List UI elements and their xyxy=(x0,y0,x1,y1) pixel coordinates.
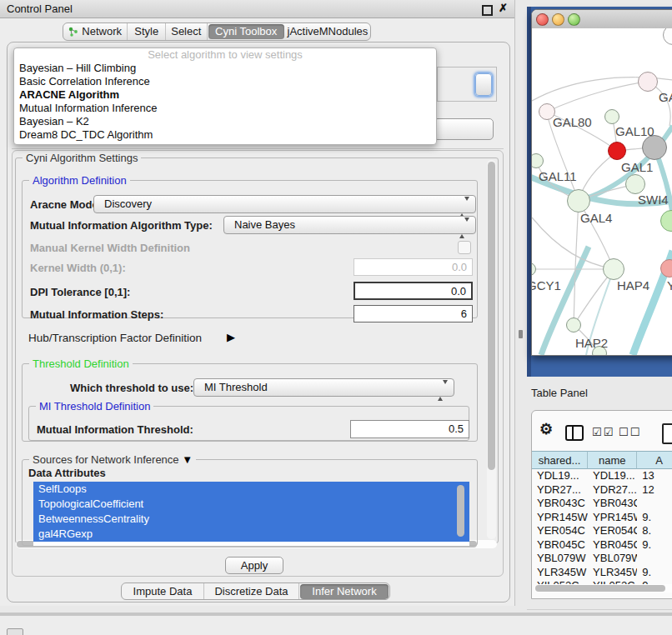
table-hscroll-thumb[interactable] xyxy=(535,585,665,592)
algorithm-option[interactable]: ARACNE Algorithm xyxy=(14,88,436,102)
attributes-vscroll-thumb[interactable] xyxy=(457,485,464,537)
gear-icon[interactable]: ⚙ xyxy=(539,422,553,437)
network-node[interactable] xyxy=(604,109,619,124)
algorithm-option[interactable]: Mutual Information Inference xyxy=(14,102,436,115)
dpi-tolerance-input[interactable]: 0.0 xyxy=(354,282,473,300)
network-canvas[interactable]: GAL80GAL10GAL1GAL11SWI4GAL4GCY1HAP4HAP2G… xyxy=(532,28,672,355)
table-cell: YBR045C xyxy=(588,538,637,552)
network-node-label: GAL4 xyxy=(580,211,612,225)
which-threshold-combo[interactable]: MI Threshold xyxy=(193,378,454,397)
expand-arrow-icon[interactable]: ▶ xyxy=(227,331,235,343)
splitpane-handle[interactable] xyxy=(519,330,523,338)
mi-type-label: Mutual Information Algorithm Type: xyxy=(30,219,213,232)
deselect-all-checks-icon[interactable]: ☐☐ xyxy=(619,426,641,438)
close-traffic-light-icon[interactable] xyxy=(536,13,549,26)
stepper-arrows-icon xyxy=(459,199,469,216)
select-all-checks-icon[interactable]: ☑☑ xyxy=(592,426,614,438)
network-window-titlebar[interactable] xyxy=(532,10,672,29)
new-table-icon[interactable] xyxy=(662,423,672,444)
partial-widget[interactable] xyxy=(7,628,23,635)
node-combo-fragment[interactable] xyxy=(434,118,494,140)
data-attribute-item[interactable]: TopologicalCoefficient xyxy=(33,497,469,512)
data-attribute-item[interactable]: BetweennessCentrality xyxy=(33,512,469,527)
algorithm-option[interactable]: Bayesian – Hill Climbing xyxy=(14,62,436,75)
apply-button[interactable]: Apply xyxy=(225,557,283,574)
network-node[interactable] xyxy=(625,174,645,194)
aracne-mode-label: Aracne Mode: xyxy=(30,198,102,211)
manual-kernel-checkbox[interactable] xyxy=(458,241,471,254)
window-title: Control Panel xyxy=(7,2,73,15)
algorithm-option[interactable]: Bayesian – K2 xyxy=(14,115,436,128)
group-title: Cyni Algorithm Settings xyxy=(23,152,141,164)
table-row[interactable]: YBR045CYBR045C9. xyxy=(532,538,672,552)
tab-jactivemnodules[interactable]: jActiveMNodules xyxy=(285,23,370,40)
network-node[interactable] xyxy=(603,258,624,280)
bottom-strip xyxy=(0,616,672,635)
close-icon[interactable]: ✗ xyxy=(499,2,508,14)
network-view-window[interactable]: GAL80GAL10GAL1GAL11SWI4GAL4GCY1HAP4HAP2G… xyxy=(531,9,672,356)
table-row[interactable]: YBL079WYBL079W xyxy=(532,552,672,566)
tab-style[interactable]: Style xyxy=(128,23,166,40)
table-row[interactable]: YDL19...YDL19...13 xyxy=(532,469,672,483)
settings-vscroll-thumb[interactable] xyxy=(488,162,495,470)
minimize-traffic-light-icon[interactable] xyxy=(552,13,564,26)
aracne-mode-combo[interactable]: Discovery xyxy=(93,195,476,213)
tab-discretize-data[interactable]: Discretize Data xyxy=(204,583,299,600)
tab-network[interactable]: Network xyxy=(63,23,128,40)
table-cell: 12 xyxy=(637,483,672,498)
network-node[interactable] xyxy=(567,189,590,212)
network-node-label: Y xyxy=(667,278,672,292)
table-column-header[interactable]: A xyxy=(637,451,672,469)
table-row[interactable]: YPR145WYPR145W9. xyxy=(532,511,672,525)
table-cell: YBL079W xyxy=(532,552,588,566)
network-node[interactable] xyxy=(638,72,658,92)
table-column-header[interactable]: shared... xyxy=(532,451,588,469)
algorithm-option[interactable]: Basic Correlation Inference xyxy=(14,75,436,88)
data-attributes-list[interactable]: SelfLoopsTopologicalCoefficientBetweenne… xyxy=(33,482,469,546)
table-cell: 9. xyxy=(637,538,672,552)
stepper-arrows-icon xyxy=(459,220,469,237)
mi-threshold-label: Mutual Information Threshold: xyxy=(37,423,193,436)
zoom-traffic-light-icon[interactable] xyxy=(568,13,580,26)
dpi-tolerance-label: DPI Tolerance [0,1]: xyxy=(30,286,130,298)
algorithm-option[interactable]: Dream8 DC_TDC Algorithm xyxy=(14,128,436,142)
network-node[interactable] xyxy=(566,318,581,332)
mi-steps-input[interactable]: 6 xyxy=(354,305,473,322)
mi-type-combo[interactable]: Naive Bayes xyxy=(223,216,476,234)
columns-icon[interactable] xyxy=(565,425,584,441)
group-title: MI Threshold Definition xyxy=(36,400,153,412)
table-cell: YBL079W xyxy=(588,552,637,566)
inference-algorithm-combo-fragment[interactable] xyxy=(475,73,492,96)
data-attribute-item[interactable]: SelfLoops xyxy=(33,482,469,497)
tab-impute-data[interactable]: Impute Data xyxy=(122,583,204,600)
table-row[interactable]: YLR345WYLR345W9. xyxy=(532,566,672,580)
collapse-arrow-icon[interactable]: ▼ xyxy=(182,453,193,466)
hub-section-label: Hub/Transcription Factor Definition xyxy=(28,332,202,344)
table-row[interactable]: YBR043CYBR043C xyxy=(532,497,672,511)
tab-infer-network[interactable]: Infer Network xyxy=(300,584,389,599)
mi-threshold-input[interactable]: 0.5 xyxy=(350,420,469,438)
combo-value: Discovery xyxy=(104,198,152,210)
table-cell xyxy=(637,497,672,511)
table-cell: YLR345W xyxy=(588,566,637,580)
tab-cyni-toolbox[interactable]: Cyni Toolbox xyxy=(208,24,284,39)
algorithm-dropdown-popup: Select algorithm to view settings Bayesi… xyxy=(13,48,437,145)
panel-divider xyxy=(12,148,504,149)
tab-select[interactable]: Select xyxy=(166,23,208,40)
table-cell: YER054C xyxy=(588,524,637,538)
float-window-icon[interactable] xyxy=(482,5,493,16)
table-cell: 13 xyxy=(637,469,672,483)
network-node[interactable] xyxy=(608,142,626,160)
table-row[interactable]: YER054CYER054C8. xyxy=(532,524,672,538)
network-node-label: GAL80 xyxy=(553,115,592,129)
table-column-header[interactable]: name xyxy=(588,451,637,469)
network-node[interactable] xyxy=(642,135,667,160)
table-row[interactable]: YDR27...YDR27...12 xyxy=(532,483,672,498)
manual-kernel-label: Manual Kernel Width Definition xyxy=(30,242,190,254)
control-panel-titlebar[interactable]: Control Panel ✗ xyxy=(0,0,514,18)
table-cell: YBR043C xyxy=(588,497,637,511)
data-attribute-item[interactable]: gal4RGexp xyxy=(33,527,469,542)
data-attributes-label: Data Attributes xyxy=(28,467,106,479)
bottom-tabbar: Impute Data Discretize Data Infer Networ… xyxy=(121,582,390,600)
kernel-width-input[interactable]: 0.0 xyxy=(354,258,473,276)
